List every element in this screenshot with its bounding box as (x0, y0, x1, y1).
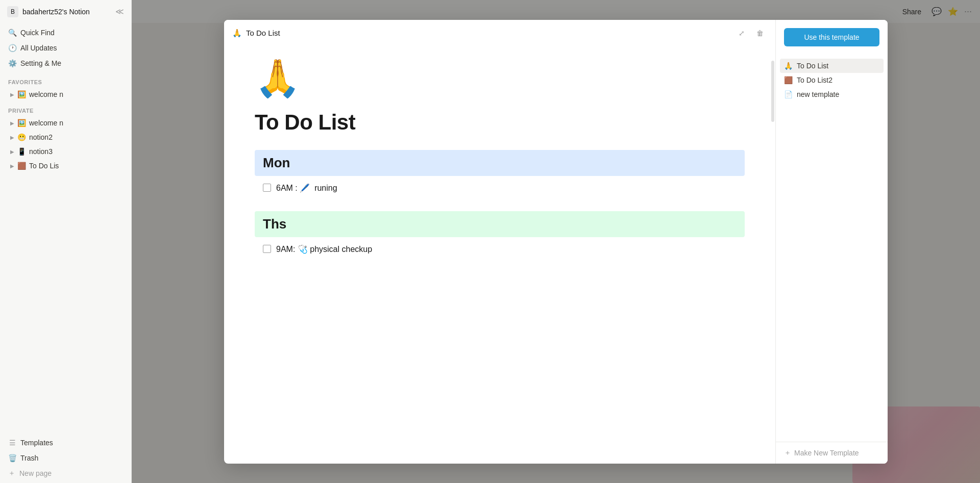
modal-document: 🙏 To Do List ⤢ 🗑 🙏 To Do List Mon 6AM : … (224, 20, 775, 464)
templates-item[interactable]: ☰ Templates (4, 435, 127, 450)
template-item-todolist2[interactable]: 🟫 To Do List2 (780, 73, 884, 87)
gear-icon: ⚙️ (8, 59, 16, 67)
template-item-new[interactable]: 📄 new template (780, 87, 884, 101)
page-emoji: 🙏 (255, 57, 745, 100)
arrow-icon: ▶ (10, 149, 14, 155)
todo-text-running: 6AM : 🖊️ runing (276, 183, 337, 193)
sidebar-item-welcome-fav[interactable]: ▶ 🖼️ welcome n (0, 87, 131, 101)
templates-icon: ☰ (8, 439, 16, 447)
day-header-mon: Mon (255, 150, 745, 176)
item-icon: 📱 (17, 147, 26, 156)
sidebar-item-todolist[interactable]: ▶ 🟫 To Do Lis (0, 159, 131, 173)
template-name-1: To Do List (797, 62, 828, 70)
private-label: PRIVATE (0, 101, 131, 116)
template-name-3: new template (797, 90, 839, 98)
todo-item-checkup: 9AM: 🩺 physical checkup (255, 241, 745, 257)
clock-icon: 🕐 (8, 44, 16, 52)
trash-icon: 🗑️ (8, 454, 16, 462)
item-icon: 🟫 (17, 162, 26, 170)
todo-item-running: 6AM : 🖊️ runing (255, 180, 745, 196)
modal-body: 🙏 To Do List Mon 6AM : 🖊️ runing Ths 9A (224, 46, 775, 293)
sidebar: B badahertz52's Notion ≪ 🔍 Quick Find 🕐 … (0, 0, 132, 483)
arrow-icon: ▶ (10, 163, 14, 169)
modal-title-text: To Do List (246, 29, 280, 37)
template-list: 🙏 To Do List 🟫 To Do List2 📄 new templat… (776, 55, 888, 442)
arrow-icon: ▶ (10, 120, 14, 126)
sidebar-nav: 🔍 Quick Find 🕐 All Updates ⚙️ Setting & … (0, 23, 131, 73)
modal-actions: ⤢ 🗑 (734, 26, 767, 40)
plus-icon: ＋ (8, 469, 15, 478)
modal-title-bar: 🙏 To Do List (232, 29, 280, 38)
workspace-name[interactable]: B badahertz52's Notion (7, 6, 90, 17)
sidebar-item-notion3[interactable]: ▶ 📱 notion3 (0, 144, 131, 159)
new-page-button[interactable]: ＋ New page (4, 466, 127, 481)
use-template-button[interactable]: Use this template (784, 28, 879, 46)
sidebar-toggle[interactable]: ≪ (115, 7, 124, 16)
item-icon: 😬 (17, 133, 26, 141)
day-header-ths: Ths (255, 211, 745, 237)
plus-icon-new-template: ＋ (784, 448, 791, 457)
trash-item[interactable]: 🗑️ Trash (4, 450, 127, 466)
template-panel: Use this template 🙏 To Do List 🟫 To Do L… (775, 20, 888, 464)
search-icon: 🔍 (8, 29, 16, 37)
day-block-mon: Mon 6AM : 🖊️ runing (255, 150, 745, 196)
modal-toolbar: 🙏 To Do List ⤢ 🗑 (224, 20, 775, 46)
make-new-template-label: Make New Template (794, 449, 859, 457)
item-icon: 🖼️ (17, 119, 26, 127)
day-block-ths: Ths 9AM: 🩺 physical checkup (255, 211, 745, 257)
delete-button[interactable]: 🗑 (753, 26, 767, 40)
sidebar-item-welcome-priv[interactable]: ▶ 🖼️ welcome n (0, 116, 131, 130)
arrow-icon: ▶ (10, 135, 14, 140)
page-title: To Do List (255, 110, 745, 135)
make-new-template-button[interactable]: ＋ Make New Template (776, 442, 888, 464)
item-icon: 🖼️ (17, 90, 26, 98)
sidebar-bottom: ☰ Templates 🗑️ Trash ＋ New page (0, 433, 131, 483)
workspace-icon: B (7, 6, 18, 17)
template-icon-3: 📄 (784, 90, 793, 98)
checkbox-checkup[interactable] (263, 245, 271, 253)
expand-button[interactable]: ⤢ (734, 26, 749, 40)
favorites-label: FAVORITES (0, 73, 131, 87)
all-updates-item[interactable]: 🕐 All Updates (4, 40, 127, 56)
template-modal: 🙏 To Do List ⤢ 🗑 🙏 To Do List Mon 6AM : … (224, 20, 888, 464)
template-name-2: To Do List2 (797, 76, 832, 84)
sidebar-header: B badahertz52's Notion ≪ (0, 0, 131, 23)
todo-text-checkup: 9AM: 🩺 physical checkup (276, 244, 372, 254)
template-icon-2: 🟫 (784, 76, 793, 84)
checkbox-running[interactable] (263, 184, 271, 192)
settings-item[interactable]: ⚙️ Setting & Me (4, 56, 127, 71)
arrow-icon: ▶ (10, 92, 14, 97)
template-icon-1: 🙏 (784, 62, 793, 70)
sidebar-item-notion2[interactable]: ▶ 😬 notion2 (0, 130, 131, 144)
quick-find-item[interactable]: 🔍 Quick Find (4, 25, 127, 40)
modal-scrollbar[interactable] (771, 61, 774, 122)
modal-overlay: 🙏 To Do List ⤢ 🗑 🙏 To Do List Mon 6AM : … (132, 0, 980, 483)
template-item-todolist[interactable]: 🙏 To Do List (780, 59, 884, 73)
modal-title-emoji: 🙏 (232, 29, 242, 38)
